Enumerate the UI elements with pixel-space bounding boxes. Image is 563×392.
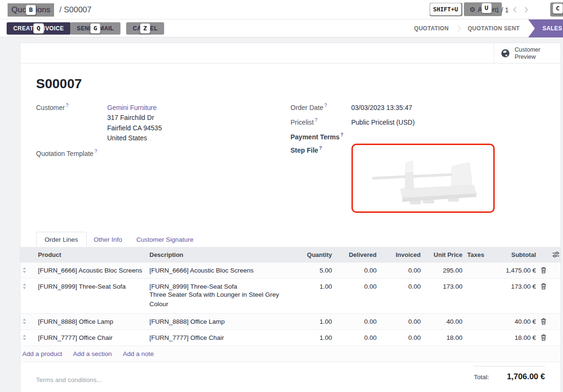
- tab-order-lines[interactable]: Order Lines: [36, 232, 87, 247]
- customer-link[interactable]: Gemini Furniture: [107, 104, 157, 111]
- invoiced-cell[interactable]: 0.00: [379, 329, 424, 346]
- pricelist-value[interactable]: Public Pricelist (USD): [351, 118, 415, 128]
- trash-column-header: [539, 247, 550, 263]
- address-line: United States: [107, 133, 162, 144]
- order-date-value[interactable]: 03/03/2023 13:35:47: [351, 103, 412, 113]
- breadcrumb-quotations[interactable]: Quotations B: [8, 3, 54, 17]
- taxes-cell[interactable]: [465, 313, 491, 329]
- unit-price-cell[interactable]: 40.00: [424, 313, 465, 329]
- sheet-body: S00007 Customer? Gemini Furniture 317 Fa…: [20, 76, 561, 247]
- drag-handle[interactable]: [20, 278, 36, 313]
- order-line-row[interactable]: [FURN_6666] Acoustic Bloc Screens [FURN_…: [20, 263, 561, 279]
- quantity-cell[interactable]: 1.00: [292, 278, 335, 313]
- quantity-cell[interactable]: 1.00: [292, 313, 335, 329]
- description-cell[interactable]: [FURN_8888] Office Lamp: [148, 313, 292, 329]
- status-step-quotation-sent[interactable]: QUOTATION SENT: [468, 25, 520, 32]
- column-header-unit-price[interactable]: Unit Price: [424, 247, 465, 263]
- tab-customer-signature[interactable]: Customer Signature: [129, 232, 201, 247]
- invoiced-cell[interactable]: 0.00: [379, 278, 424, 313]
- delete-row-button[interactable]: [539, 263, 550, 279]
- field-payment-terms: Payment Terms?: [291, 132, 545, 141]
- spacer-cell: [550, 278, 561, 313]
- add-a-product-link[interactable]: Add a product: [22, 350, 62, 357]
- send-email-button[interactable]: SEND EMAIL G: [70, 22, 120, 35]
- delete-row-button[interactable]: [539, 313, 550, 329]
- delivered-cell[interactable]: 0.00: [335, 329, 379, 346]
- partially-visible-button[interactable]: C: [550, 2, 563, 17]
- quantity-cell[interactable]: 5.00: [292, 263, 335, 279]
- delivered-cell[interactable]: 0.00: [335, 313, 379, 329]
- add-a-section-link[interactable]: Add a section: [73, 350, 112, 357]
- column-header-subtotal[interactable]: Subtotal: [491, 247, 539, 263]
- delivered-cell[interactable]: 0.00: [335, 278, 379, 313]
- help-marker: ?: [341, 132, 343, 137]
- column-header-delivered[interactable]: Delivered: [335, 247, 379, 263]
- highlighted-button[interactable]: SHIFT+U: [430, 3, 462, 16]
- drag-handle-icon: [22, 334, 27, 341]
- product-cell[interactable]: [FURN_7777] Office Chair: [36, 329, 148, 346]
- delete-row-button[interactable]: [539, 329, 550, 346]
- column-header-invoiced[interactable]: Invoiced: [379, 247, 424, 263]
- pager-previous-icon[interactable]: [512, 6, 518, 13]
- product-cell[interactable]: [FURN_8999] Three-Seat Sofa: [36, 278, 148, 313]
- pager-next-icon[interactable]: [523, 6, 529, 13]
- step-file-image[interactable]: [351, 144, 495, 213]
- description-cell[interactable]: [FURN_6666] Acoustic Bloc Screens: [148, 263, 292, 279]
- hint-badge-b: B: [26, 5, 36, 15]
- taxes-cell[interactable]: [465, 263, 491, 279]
- drag-handle-icon: [22, 318, 27, 325]
- globe-icon: [501, 49, 510, 58]
- optional-columns-button[interactable]: [550, 247, 561, 263]
- hint-badge-c: C: [553, 3, 563, 14]
- order-line-row[interactable]: [FURN_8999] Three-Seat Sofa [FURN_8999] …: [20, 278, 561, 313]
- help-marker: ?: [319, 146, 322, 151]
- unit-price-cell[interactable]: 18.00: [424, 329, 465, 346]
- invoiced-cell[interactable]: 0.00: [379, 263, 424, 279]
- spacer-cell: [550, 263, 561, 279]
- cancel-button[interactable]: CANCEL Z: [126, 22, 164, 35]
- unit-price-cell[interactable]: 173.00: [424, 278, 465, 313]
- notebook-tabs: Order Lines Other Info Customer Signatur…: [36, 232, 545, 247]
- trash-icon: [541, 283, 546, 290]
- hint-badge-q: Q: [33, 23, 44, 34]
- taxes-cell[interactable]: [465, 329, 491, 346]
- invoiced-cell[interactable]: 0.00: [379, 313, 424, 329]
- step-file-field-label: Step File?: [291, 146, 351, 213]
- record-pager: 1 / 1: [496, 0, 508, 19]
- tab-other-info[interactable]: Other Info: [87, 232, 129, 247]
- status-step-quotation[interactable]: QUOTATION: [414, 25, 449, 32]
- column-header-product[interactable]: Product: [36, 247, 148, 263]
- payment-terms-field-label: Payment Terms?: [291, 132, 351, 141]
- column-header-taxes[interactable]: Taxes: [465, 247, 491, 263]
- order-line-row[interactable]: [FURN_8888] Office Lamp [FURN_8888] Offi…: [20, 313, 561, 329]
- order-line-row[interactable]: [FURN_7777] Office Chair [FURN_7777] Off…: [20, 329, 561, 346]
- customer-preview-button[interactable]: Customer Preview: [494, 43, 561, 64]
- column-header-quantity[interactable]: Quantity: [292, 247, 335, 263]
- help-marker: ?: [324, 103, 327, 108]
- status-step-sales-order-active[interactable]: SALES ORDER: [528, 19, 563, 37]
- drag-handle[interactable]: [20, 313, 36, 329]
- product-cell[interactable]: [FURN_8888] Office Lamp: [36, 313, 148, 329]
- field-pricelist: Pricelist? Public Pricelist (USD): [291, 118, 545, 128]
- page-title: S00007: [36, 76, 545, 91]
- table-header-row: Product Description Quantity Delivered I…: [20, 247, 561, 263]
- address-line: Fairfield CA 94535: [107, 123, 162, 134]
- taxes-cell[interactable]: [465, 278, 491, 313]
- hint-badge-u: U: [481, 3, 492, 13]
- drag-handle[interactable]: [20, 263, 36, 279]
- delivered-cell[interactable]: 0.00: [335, 263, 379, 279]
- unit-price-cell[interactable]: 295.00: [424, 263, 465, 279]
- create-invoice-button[interactable]: CREATE INVOICE Q: [7, 22, 71, 35]
- customer-address: 317 Fairchild Dr Fairfield CA 94535 Unit…: [107, 113, 162, 144]
- terms-and-conditions-input[interactable]: Terms and conditions...: [36, 376, 102, 383]
- add-a-note-link[interactable]: Add a note: [123, 350, 154, 357]
- drag-handle[interactable]: [20, 329, 36, 346]
- delete-row-button[interactable]: [539, 278, 550, 313]
- total-box: Total: 1,706.00 €: [474, 366, 545, 383]
- description-cell[interactable]: [FURN_8999] Three-Seat Sofa Three Seater…: [148, 278, 292, 313]
- description-cell[interactable]: [FURN_7777] Office Chair: [148, 329, 292, 346]
- subtotal-cell: 40.00 €: [491, 313, 539, 329]
- quantity-cell[interactable]: 1.00: [292, 329, 335, 346]
- column-header-description[interactable]: Description: [148, 247, 292, 263]
- product-cell[interactable]: [FURN_6666] Acoustic Bloc Screens: [36, 263, 148, 279]
